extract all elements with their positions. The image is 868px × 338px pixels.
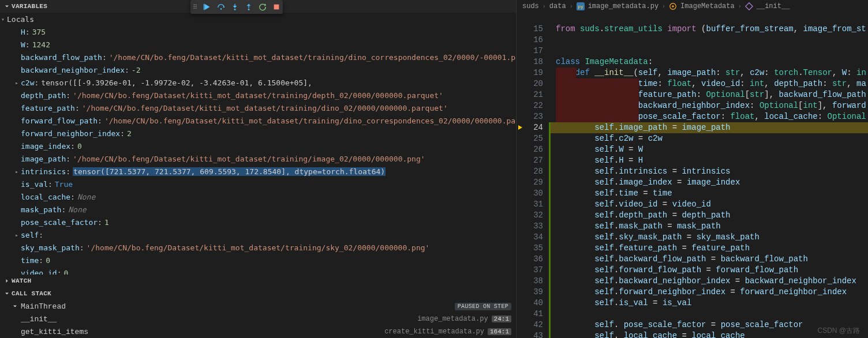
variable-row[interactable]: sky_mask_path: '/home/CN/bo.feng/Dataset… [0,241,516,254]
diff-added-marker [549,320,551,331]
variable-row[interactable]: H: 375 [0,25,516,38]
diff-added-marker [549,166,551,177]
code-line[interactable] [549,35,868,46]
diff-added-marker [549,177,551,188]
code-area[interactable]: from suds.stream_utils import (buffer_fr… [549,13,868,338]
paused-badge: PAUSED ON STEP [455,303,511,310]
code-line[interactable]: self.video_id = video_id [549,199,868,210]
code-line[interactable]: self.backward_flow_path = backward_flow_… [549,254,868,265]
code-line[interactable]: class ImageMetadata: [549,57,868,67]
variable-row[interactable]: image_path: '/home/CN/bo.feng/Dataset/ki… [0,152,516,165]
variable-row[interactable]: is_val: True [0,178,516,190]
restart-button[interactable] [259,3,267,11]
code-line[interactable]: self.image_path = image_path [549,122,868,133]
variable-row[interactable]: ▸intrinsics: tensor([721.5377, 721.5377,… [0,165,516,178]
variable-row[interactable]: video_id: 0 [0,266,516,275]
diff-added-marker [549,254,551,265]
step-over-button[interactable] [217,3,225,11]
breadcrumb[interactable]: suds›data›pyimage_metadata.py›ImageMetad… [517,0,868,13]
chevron-down-icon: ▾ [0,16,7,22]
code-line[interactable]: self.sky_mask_path = sky_mask_path [549,232,868,243]
code-editor[interactable]: 1516171819202122232425262728293031323334… [517,13,868,338]
callstack-frame[interactable]: get_kitti_itemscreate_kitti_metadata.py1… [0,325,516,338]
code-line[interactable] [549,13,868,24]
drag-handle-icon[interactable]: ⠿ [193,3,197,11]
code-line[interactable]: self.forward_neighbor_index = forward_ne… [549,287,868,298]
code-line[interactable]: self.time = time [549,188,868,199]
watch-section-header[interactable]: WATCH [0,275,516,287]
variable-row[interactable]: time: 0 [0,254,516,266]
code-line[interactable]: self.intrinsics = intrinsics [549,166,868,177]
code-line[interactable]: pose_scale_factor: float, local_cache: O… [549,111,868,122]
variable-value: 0 [63,269,68,275]
breadcrumb-item[interactable]: data [549,2,566,10]
variable-row[interactable]: forward_flow_path: '/home/CN/bo.feng/Dat… [0,114,516,127]
code-line[interactable]: self.c2w = c2w [549,133,868,144]
diff-added-marker [549,188,551,199]
breadcrumb-item[interactable]: ImageMetadata [680,2,735,10]
variable-row[interactable]: ▸c2w: tensor([[-9.3926e-01, -1.9972e-02,… [0,76,516,89]
variable-row[interactable]: backward_neighbor_index: -2 [0,63,516,76]
code-line[interactable]: feature_path: Optional[str], backward_fl… [549,89,868,100]
variable-value: '/home/CN/bo.feng/Dataset/kitti_mot_data… [82,104,448,112]
variable-row[interactable]: ▸self: [0,228,516,241]
code-line[interactable]: self.forward_flow_path = forward_flow_pa… [549,265,868,276]
continue-button[interactable] [203,3,211,11]
code-line[interactable]: self.mask_path = mask_path [549,221,868,232]
variable-row[interactable]: depth_path: '/home/CN/bo.feng/Dataset/ki… [0,89,516,102]
code-line[interactable] [549,309,868,320]
variable-row[interactable]: forward_neighbor_index: 2 [0,127,516,140]
variable-row[interactable]: pose_scale_factor: 1 [0,216,516,228]
code-line[interactable]: self.H = H [549,155,868,166]
variable-row[interactable]: local_cache: None [0,190,516,203]
frame-name: __init__ [21,315,57,324]
line-gutter[interactable]: 1516171819202122232425262728293031323334… [517,13,549,338]
variable-value: 2 [127,129,132,138]
variable-value: '/home/CN/bo.feng/Dataset/kitti_mot_data… [109,53,516,62]
debug-toolbar[interactable]: ⠿ [190,0,283,14]
variable-value: None [68,205,86,214]
variable-value: 375 [32,28,46,36]
variable-value: True [55,180,73,189]
code-line[interactable]: backward_neighbor_index: Optional[int], … [549,100,868,111]
locals-scope-header[interactable]: ▾ Locals [0,13,516,25]
breadcrumb-item[interactable]: __init__ [757,2,790,10]
step-into-button[interactable] [231,3,239,11]
code-line[interactable]: self.is_val = is_val [549,298,868,309]
svg-point-1 [220,8,222,10]
variable-row[interactable]: W: 1242 [0,38,516,51]
variable-value: '/home/CN/bo.feng/Dataset/kitti_mot_data… [104,117,516,125]
callstack-section-header[interactable]: CALL STACK [0,287,516,300]
code-line[interactable]: def __init__(self, image_path: str, c2w:… [549,67,868,78]
variable-row[interactable]: mask_path: None [0,203,516,216]
diff-added-marker [549,144,551,155]
step-out-button[interactable] [245,3,253,11]
code-line[interactable]: time: float, video_id: int, depth_path: … [549,78,868,89]
variable-key: c2w [21,78,34,87]
frame-position: 164:1 [488,328,511,335]
variable-row[interactable]: image_index: 0 [0,140,516,152]
chevron-right-icon: › [570,3,573,10]
debug-side-panel: ⠿ VARIABLES ▾ Locals H: 375W: 1242backwa… [0,0,517,338]
code-line[interactable]: self.feature_path = feature_path [549,243,868,254]
breadcrumb-item[interactable]: suds [522,2,539,10]
variable-row[interactable]: feature_path: '/home/CN/bo.feng/Dataset/… [0,102,516,114]
watermark: CSDN @古路 [817,326,860,336]
diff-removed-marker [556,78,639,89]
code-line[interactable]: self.depth_path = depth_path [549,210,868,221]
frame-file: create_kitti_metadata.py [384,328,484,336]
callstack-frame[interactable]: __init__image_metadata.py24:1 [0,313,516,325]
diff-added-marker [549,210,551,221]
variable-key: depth_path [21,91,66,100]
callstack-thread-row[interactable]: MainThread PAUSED ON STEP [0,300,516,313]
breadcrumb-item[interactable]: image_metadata.py [588,2,659,10]
stop-button[interactable] [272,3,280,11]
code-line[interactable]: from suds.stream_utils import (buffer_fr… [549,24,868,35]
code-line[interactable]: self.W = W [549,144,868,155]
code-line[interactable] [549,46,868,57]
variable-row[interactable]: backward_flow_path: '/home/CN/bo.feng/Da… [0,51,516,63]
chevron-down-icon [3,3,10,10]
code-line[interactable]: self.image_index = image_index [549,177,868,188]
code-line[interactable]: self.backward_neighbor_index = backward_… [549,276,868,287]
svg-rect-4 [274,5,279,10]
